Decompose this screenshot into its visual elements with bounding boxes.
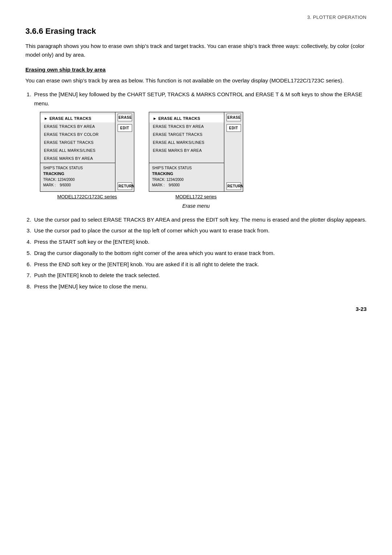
page-header: 3. PLOTTER OPERATION — [25, 15, 367, 20]
menu-item-erase-all-marks-left: ERASE ALL MARKS/LINES — [40, 146, 115, 154]
menu-diagrams: ► ERASE ALL TRACKS ERASE TRACKS BY AREA … — [40, 112, 367, 199]
menu-footer-right: SHIP'S TRACK STATUS TRACKING TRACK: 1234… — [149, 163, 224, 189]
menu-item-erase-tracks-area-left: ERASE TRACKS BY AREA — [40, 122, 115, 130]
step-6: Press the END soft key or the [ENTER] kn… — [33, 260, 367, 269]
menu-item-erase-marks-area-right: ERASE MARKS BY AREA — [149, 146, 224, 154]
menu-item-erase-all-marks-right: ERASE ALL MARKS/LINES — [149, 138, 224, 146]
step-8: Press the [MENU] key twice to close the … — [33, 282, 367, 291]
diagram-left: ► ERASE ALL TRACKS ERASE TRACKS BY AREA … — [40, 112, 134, 199]
menu-item-erase-tracks-color-left: ERASE TRACKS BY COLOR — [40, 130, 115, 138]
step-7: Push the [ENTER] knob to delete the trac… — [33, 271, 367, 280]
erase-menu-caption: Erase menu — [25, 203, 367, 209]
step-3: Use the cursor pad to place the cursor a… — [33, 226, 367, 235]
steps-list-2: Use the cursor pad to select ERASE TRACK… — [33, 215, 367, 291]
erase-softkey-right[interactable]: ERASE — [226, 114, 241, 121]
model-label-right: MODEL1722 series — [175, 194, 216, 199]
intro-paragraph: This paragraph shows you how to erase ow… — [25, 42, 367, 59]
menu-box-right: ► ERASE ALL TRACKS ERASE TRACKS BY AREA … — [149, 112, 243, 192]
menu-footer-left: SHIP'S TRACK STATUS TRACKING TRACK: 1234… — [40, 163, 115, 189]
menu-main-right: ► ERASE ALL TRACKS ERASE TRACKS BY AREA … — [149, 112, 224, 191]
step-1: Press the [MENU] key followed by the CHA… — [33, 90, 367, 108]
mark-value-right: MARK : 9/6000 — [152, 182, 221, 188]
steps-list: Press the [MENU] key followed by the CHA… — [33, 90, 367, 108]
arrow-icon-right: ► — [153, 116, 157, 121]
section-number: 3.6.6 — [25, 27, 43, 36]
menu-sidebar-left: ERASE EDIT RETURN — [115, 112, 134, 191]
edit-softkey-left[interactable]: EDIT — [118, 124, 132, 132]
section-title: 3.6.6 Erasing track — [25, 27, 367, 36]
mark-value-left: MARK : 9/6000 — [43, 182, 112, 188]
step-4: Press the START soft key or the [ENTER] … — [33, 238, 367, 247]
menu-item-erase-tracks-area-right: ERASE TRACKS BY AREA — [149, 122, 224, 130]
menu-item-erase-target-tracks-right: ERASE TARGET TRACKS — [149, 130, 224, 138]
diagram-right: ► ERASE ALL TRACKS ERASE TRACKS BY AREA … — [149, 112, 243, 199]
model-label-left: MODEL1722C/1723C series — [57, 194, 117, 199]
tracking-status-left: TRACKING — [43, 171, 112, 177]
step-5: Drag the cursor diagonally to the bottom… — [33, 249, 367, 258]
menu-item-erase-all-tracks-left: ► ERASE ALL TRACKS — [40, 114, 115, 122]
subsection-intro: You can erase own ship’s track by area a… — [25, 76, 367, 85]
ships-track-label-right: SHIP'S TRACK STATUS — [152, 165, 221, 171]
page-number: 3-23 — [25, 306, 367, 312]
tracking-status-right: TRACKING — [152, 171, 221, 177]
menu-item-erase-marks-area-left: ERASE MARKS BY AREA — [40, 154, 115, 162]
menu-sidebar-right: ERASE EDIT RETURN — [224, 112, 243, 191]
menu-item-erase-target-tracks-left: ERASE TARGET TRACKS — [40, 138, 115, 146]
return-softkey-right[interactable]: RETURN — [226, 182, 241, 190]
menu-main-left: ► ERASE ALL TRACKS ERASE TRACKS BY AREA … — [40, 112, 115, 191]
track-value-right: TRACK: 1234/2000 — [152, 177, 221, 182]
track-value-left: TRACK: 1234/2000 — [43, 177, 112, 182]
menu-item-erase-all-tracks-right: ► ERASE ALL TRACKS — [149, 114, 224, 122]
section-name: Erasing track — [45, 27, 96, 36]
arrow-icon-left: ► — [44, 116, 48, 121]
edit-softkey-right[interactable]: EDIT — [226, 124, 241, 132]
erase-softkey-left[interactable]: ERASE — [118, 114, 132, 121]
menu-box-left: ► ERASE ALL TRACKS ERASE TRACKS BY AREA … — [40, 112, 134, 192]
step-2: Use the cursor pad to select ERASE TRACK… — [33, 215, 367, 224]
ships-track-label-left: SHIP'S TRACK STATUS — [43, 165, 112, 171]
subsection-heading: Erasing own ship track by area — [25, 66, 367, 73]
return-softkey-left[interactable]: RETURN — [118, 182, 132, 190]
